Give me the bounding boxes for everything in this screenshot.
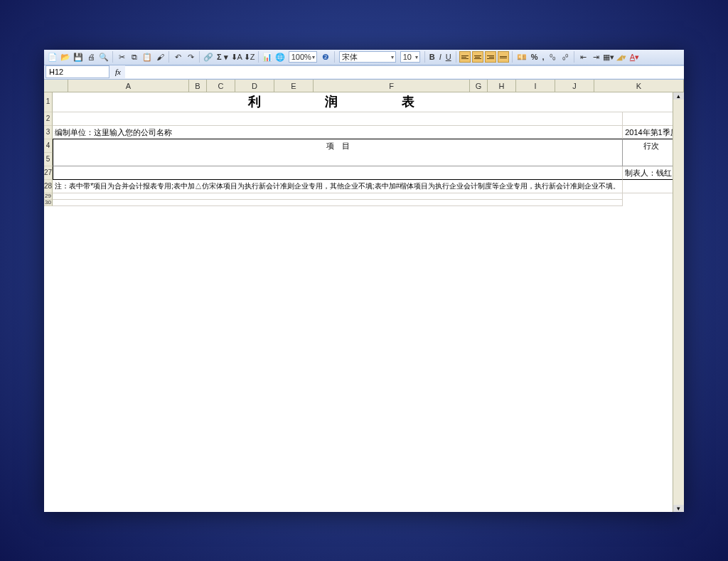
format-painter-icon[interactable]: 🖌	[154, 51, 166, 63]
new-icon[interactable]: 📄	[47, 51, 58, 63]
sum-icon[interactable]: Σ ▾	[215, 53, 230, 62]
percent-button[interactable]: %	[530, 53, 540, 61]
undo-icon[interactable]: ↶	[172, 51, 183, 63]
function-icon[interactable]: 🌐	[274, 51, 286, 63]
row-header[interactable]: 30	[44, 200, 53, 206]
preview-icon[interactable]: 🔍	[98, 51, 109, 63]
align-left-button[interactable]	[459, 51, 471, 63]
col-header-D[interactable]: D	[235, 80, 274, 92]
column-headers: A B C D E F G H I J K	[44, 80, 684, 92]
col-header-H[interactable]: H	[488, 80, 516, 92]
underline-button[interactable]: U	[444, 53, 453, 61]
col-header-K[interactable]: K	[594, 80, 684, 92]
redo-icon[interactable]: ↷	[185, 51, 196, 63]
col-header-J[interactable]: J	[555, 80, 594, 92]
note-cell[interactable]: 注：表中带*项目为合并会计报表专用;表中加△仿宋体项目为执行新会计准则企业专用，…	[53, 180, 623, 193]
copy-icon[interactable]: ⧉	[129, 51, 140, 63]
toolbar: 📄 📂 💾 🖨 🔍 ✂ ⧉ 📋 🖌 ↶ ↷ 🔗 Σ ▾ ⬇A ⬇Z 📊 🌐 10…	[44, 50, 684, 65]
italic-button[interactable]: I	[438, 53, 443, 61]
decrease-indent-icon[interactable]: ⇤	[577, 51, 589, 63]
vertical-scrollbar[interactable]	[673, 92, 684, 512]
row-header[interactable]: 4	[44, 139, 53, 153]
increase-indent-icon[interactable]: ⇥	[590, 51, 601, 63]
chart-icon[interactable]: 📊	[262, 51, 273, 63]
sort-asc-icon[interactable]: ⬇A	[231, 51, 242, 63]
col-header-C[interactable]: C	[207, 80, 235, 92]
print-icon[interactable]: 🖨	[85, 51, 97, 63]
hdr-item[interactable]: 项 目	[53, 139, 623, 153]
merge-button[interactable]	[498, 51, 509, 63]
fx-label[interactable]: fx	[111, 68, 125, 76]
bold-button[interactable]: B	[428, 53, 437, 61]
paste-icon[interactable]: 📋	[141, 51, 153, 63]
col-header-G[interactable]: G	[470, 80, 488, 92]
row-header[interactable]: 5	[44, 153, 53, 166]
row-header[interactable]: 28	[44, 180, 53, 193]
increase-decimal-icon[interactable]: ⁰₀	[547, 51, 558, 63]
title-cell[interactable]: 利 润 表	[53, 92, 623, 112]
sort-desc-icon[interactable]: ⬇Z	[244, 51, 255, 63]
font-name-combo[interactable]: 宋体	[339, 51, 396, 63]
zoom-combo[interactable]: 100%	[289, 51, 317, 63]
col-header-E[interactable]: E	[274, 80, 314, 92]
align-center-button[interactable]	[472, 51, 483, 63]
company-cell[interactable]: 编制单位：这里输入您的公司名称	[53, 126, 623, 139]
row-header[interactable]: 3	[44, 126, 53, 139]
font-color-icon[interactable]: A▾	[628, 51, 640, 63]
formula-input[interactable]	[125, 65, 684, 78]
link-icon[interactable]: 🔗	[203, 51, 214, 63]
row-header[interactable]: 27	[44, 166, 53, 180]
fill-color-icon[interactable]: ◢▾	[616, 51, 627, 63]
font-size-combo[interactable]: 10	[400, 51, 420, 63]
align-right-button[interactable]	[485, 51, 496, 63]
save-icon[interactable]: 💾	[73, 51, 84, 63]
currency-button[interactable]: 💴	[515, 53, 528, 62]
col-header-F[interactable]: F	[314, 80, 470, 92]
cut-icon[interactable]: ✂	[116, 51, 127, 63]
formula-bar: H12 fx	[44, 65, 684, 80]
borders-icon[interactable]: ▦▾	[603, 51, 614, 63]
sheet-body: 1 利 润 表 2 02表 3 编制单位：这里输入您的公司名称 2014年第1季…	[44, 92, 684, 512]
decrease-decimal-icon[interactable]: ₀⁰	[560, 51, 571, 63]
help-icon[interactable]: ❷	[320, 51, 331, 63]
name-box[interactable]: H12	[46, 65, 109, 78]
excel-window: 📄 📂 💾 🖨 🔍 ✂ ⧉ 📋 🖌 ↶ ↷ 🔗 Σ ▾ ⬇A ⬇Z 📊 🌐 10…	[44, 50, 684, 512]
col-header-I[interactable]: I	[516, 80, 555, 92]
comma-button[interactable]: ,	[540, 53, 545, 61]
row-header[interactable]: 1	[44, 92, 53, 112]
row-header[interactable]: 2	[44, 112, 53, 126]
open-icon[interactable]: 📂	[60, 51, 71, 63]
select-all-corner[interactable]	[44, 80, 68, 92]
col-header-B[interactable]: B	[189, 80, 207, 92]
col-header-A[interactable]: A	[68, 80, 189, 92]
